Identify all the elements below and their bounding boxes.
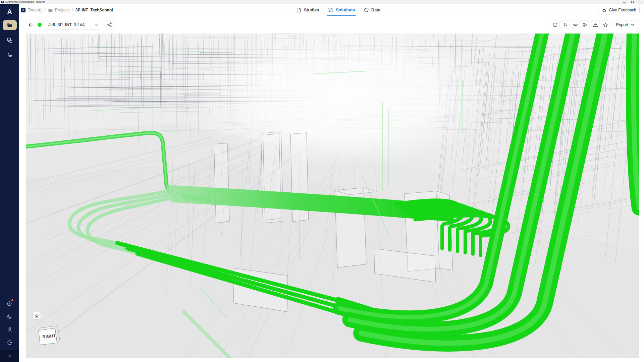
share-button[interactable] — [105, 20, 114, 29]
warning-button[interactable] — [591, 20, 600, 29]
tab-label: Solutions — [336, 8, 355, 12]
back-button[interactable] — [27, 21, 34, 28]
view-cube[interactable]: RIGHT — [35, 324, 64, 348]
app-title: Augmenta Construction Platform — [5, 0, 45, 3]
sort-icon — [562, 22, 568, 27]
apps-icon — [7, 37, 13, 43]
arrow-left-icon — [28, 22, 34, 28]
sidebar-item-workflows[interactable] — [3, 50, 17, 60]
viewer-toolbar-right: Export — [551, 20, 638, 29]
visibility-icon — [573, 22, 578, 27]
sidebar-item-projects[interactable] — [3, 20, 17, 30]
sidebar-item-dark-mode[interactable] — [6, 312, 14, 320]
section-cut-button[interactable] — [581, 20, 590, 29]
folder-icon — [48, 8, 53, 12]
user-icon — [7, 326, 13, 333]
main-tabs: Studies Solutions Data — [296, 4, 380, 16]
os-title-bar: A Augmenta Construction Platform — [0, 0, 644, 4]
sidebar: A — [0, 4, 19, 362]
solution-selector[interactable]: Jeff- 3P_INT_3 / #4 — [45, 20, 101, 30]
chevron-down-icon — [95, 24, 98, 26]
sidebar-item-apps[interactable] — [3, 35, 17, 45]
maximize-icon[interactable] — [631, 0, 634, 4]
home-view-button[interactable] — [33, 312, 41, 320]
sidebar-item-account[interactable] — [6, 325, 14, 334]
favorite-icon — [603, 22, 608, 27]
tab-data[interactable]: Data — [364, 4, 380, 16]
sidebar-item-logout[interactable] — [6, 339, 14, 347]
route-icon — [328, 7, 333, 13]
app-logo-icon: A — [1, 1, 4, 3]
solution-status-dot — [38, 23, 42, 27]
favorite-button[interactable] — [601, 20, 610, 29]
breadcrumb-separator: / — [72, 8, 73, 12]
workflow-icon — [7, 52, 13, 58]
tab-label: Studies — [304, 8, 319, 12]
bug-icon — [602, 8, 607, 13]
export-label: Export — [616, 22, 628, 27]
sort-button[interactable] — [561, 20, 570, 29]
breadcrumb-project-name: 3P-INT_TechSchool — [75, 8, 113, 12]
share-icon — [107, 22, 112, 27]
bim-scene — [26, 34, 639, 358]
info-button[interactable] — [551, 20, 560, 29]
moon-icon — [7, 313, 13, 319]
sidebar-bottom-nav — [0, 299, 19, 347]
give-feedback-button[interactable]: Give Feedback — [598, 6, 640, 14]
sidebar-item-notifications[interactable] — [6, 299, 14, 307]
tenant-logo-icon: A — [21, 8, 25, 12]
sidebar-top-nav — [0, 20, 19, 60]
note-icon — [296, 7, 302, 13]
app-header: A Tenant1 / Projects / 3P-INT_TechSchool… — [19, 4, 644, 16]
solution-selector-value: Jeff- 3P_INT_3 / #4 — [48, 22, 85, 27]
tab-solutions[interactable]: Solutions — [328, 4, 355, 16]
data-icon — [364, 7, 369, 13]
viewer-toolbar: Jeff- 3P_INT_3 / #4 — [19, 16, 644, 34]
sidebar-expand-button[interactable] — [0, 350, 19, 362]
sidebar-logo: A — [0, 8, 19, 16]
breadcrumb-separator: / — [45, 8, 46, 12]
logout-icon — [7, 340, 13, 346]
breadcrumb: A Tenant1 / Projects / 3P-INT_TechSchool — [21, 4, 113, 16]
chevron-down-icon — [631, 23, 634, 26]
viewport-3d[interactable]: RIGHT — [26, 34, 639, 358]
notification-badge — [11, 299, 13, 301]
close-icon[interactable] — [639, 0, 642, 4]
chevron-right-icon — [7, 354, 12, 358]
breadcrumb-tenant[interactable]: Tenant1 — [28, 8, 42, 12]
window-controls — [623, 0, 642, 4]
tab-label: Data — [371, 8, 380, 12]
home-icon — [35, 314, 39, 318]
visibility-button[interactable] — [571, 20, 580, 29]
section-cut-icon — [583, 22, 588, 27]
viewer-toolbar-left: Jeff- 3P_INT_3 / #4 — [27, 20, 114, 30]
export-button[interactable]: Export — [612, 20, 638, 29]
warning-icon — [593, 22, 598, 27]
tab-studies[interactable]: Studies — [296, 4, 319, 16]
folder-icon — [7, 22, 13, 28]
give-feedback-label: Give Feedback — [609, 8, 636, 12]
breadcrumb-projects[interactable]: Projects — [55, 8, 69, 12]
info-icon — [552, 22, 558, 27]
minimize-icon[interactable] — [623, 0, 626, 4]
